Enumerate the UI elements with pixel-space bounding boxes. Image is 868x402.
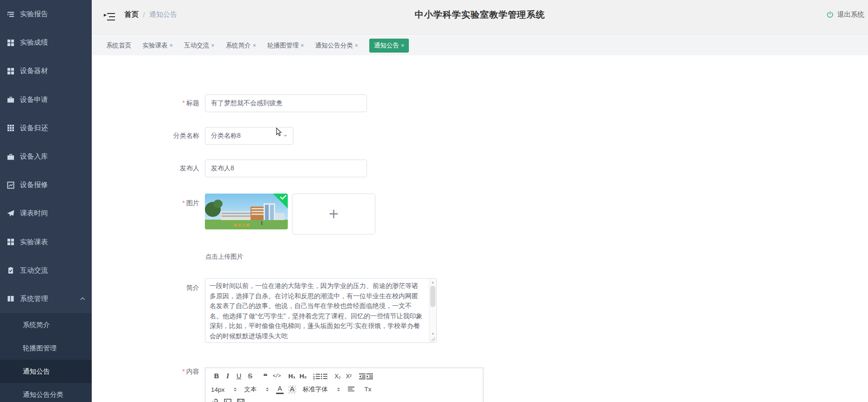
tab-home[interactable]: 系统首页	[106, 41, 131, 50]
upload-success-badge	[205, 194, 288, 229]
sidebar-item-schedule-time[interactable]: 课表时间	[0, 199, 92, 228]
scroll-up-icon[interactable]: ▲	[429, 281, 436, 284]
updown-arrows-icon	[234, 388, 237, 391]
sidebar-item-label: 设备器材	[20, 67, 48, 75]
sidebar-item-equipment[interactable]: 设备器材	[0, 57, 92, 85]
bold-button[interactable]: B	[211, 372, 222, 380]
image-icon[interactable]	[224, 398, 231, 402]
intro-textarea[interactable]: 一段时间以前，一位在港的大陆学生，因为学业的压力、前途的渺茫等诸多原因，选择了自…	[205, 279, 436, 342]
tab-close-icon[interactable]: ×	[170, 42, 173, 49]
tab-label: 通知公告分类	[315, 41, 353, 50]
sidebar-item-experiment-scores[interactable]: 实验成绩	[0, 28, 92, 57]
sidebar-item-label: 实验成绩	[20, 38, 48, 47]
power-icon	[826, 11, 834, 19]
image-label: *图片	[112, 199, 199, 208]
title-input[interactable]	[205, 94, 367, 112]
tab-experiment-schedule[interactable]: 实验课表×	[142, 41, 173, 50]
header: 首页 / 通知公告 中小学科学实验室教学管理系统 退出系统	[92, 0, 868, 35]
publisher-label: 发布人	[112, 164, 199, 173]
tab-notice[interactable]: 通知公告×	[369, 39, 409, 53]
tab-carousel-management[interactable]: 轮播图管理×	[267, 41, 304, 50]
publisher-input[interactable]	[205, 160, 367, 177]
sidebar-item-system-management[interactable]: 系统管理	[0, 285, 92, 313]
required-asterisk: *	[183, 199, 185, 207]
superscript-button[interactable]: X²	[343, 373, 354, 380]
header2-button[interactable]: H₂	[298, 373, 309, 380]
tab-label: 轮播图管理	[267, 41, 299, 50]
sidebar-item-experiment-schedule[interactable]: 实验课表	[0, 228, 92, 256]
align-icon[interactable]	[347, 386, 355, 393]
underline-button[interactable]: U	[233, 372, 244, 380]
tab-bar: 系统首页实验课表×互动交流×系统简介×轮播图管理×通知公告分类×通知公告×	[92, 35, 868, 55]
breadcrumb-home[interactable]: 首页	[124, 10, 139, 20]
chevron-down-icon	[284, 135, 287, 139]
sidebar-item-label: 设备报修	[20, 181, 48, 189]
indent-icon[interactable]	[366, 373, 373, 380]
text-color-button[interactable]: A	[276, 385, 283, 394]
text-style-dropdown[interactable]: 文本	[244, 385, 276, 394]
tab-label: 通知公告	[374, 41, 399, 50]
sidebar-item-equipment-storage[interactable]: 设备入库	[0, 142, 92, 171]
table-icon	[7, 124, 15, 132]
tab-notice-category[interactable]: 通知公告分类×	[315, 41, 358, 50]
tab-label: 系统首页	[106, 41, 131, 50]
blockquote-button[interactable]: ❝	[260, 372, 271, 381]
uploaded-image-thumbnail[interactable]: 桂 生 之 家	[205, 194, 288, 229]
grid-icon	[7, 39, 15, 47]
tab-close-icon[interactable]: ×	[355, 42, 358, 49]
sidebar-item-label: 实验课表	[20, 238, 48, 247]
ordered-list-icon[interactable]	[313, 373, 320, 380]
sidebar-item-label: 设备入库	[20, 152, 48, 161]
italic-button[interactable]: I	[222, 372, 233, 380]
font-size-dropdown[interactable]: 14px	[211, 386, 244, 393]
sidebar-subitem-notice[interactable]: 通知公告	[0, 360, 92, 383]
required-asterisk: *	[183, 99, 185, 107]
sidebar-subitem-carousel-management[interactable]: 轮播图管理	[0, 336, 92, 360]
bullet-list-icon[interactable]	[320, 373, 328, 380]
tab-interaction[interactable]: 互动交流×	[184, 41, 214, 50]
grid-icon	[7, 238, 15, 246]
category-select[interactable]: 分类名称8	[205, 127, 293, 145]
editor-toolbar-row3	[205, 396, 483, 402]
tab-close-icon[interactable]: ×	[211, 42, 214, 49]
sidebar-item-equipment-return[interactable]: 设备归还	[0, 114, 92, 142]
upload-image-button[interactable]: +	[292, 194, 375, 234]
sidebar-item-equipment-apply[interactable]: 设备申请	[0, 86, 92, 114]
required-asterisk: *	[183, 368, 185, 375]
sidebar-collapse-icon[interactable]	[103, 13, 115, 21]
link-icon[interactable]	[211, 398, 218, 402]
textarea-scrollbar[interactable]: ▲ ▼	[429, 279, 436, 342]
page-title: 中小学科学实验室教学管理系统	[92, 9, 868, 21]
sidebar-subitem-system-intro[interactable]: 系统简介	[0, 313, 92, 336]
header1-button[interactable]: H₁	[286, 373, 298, 380]
tab-close-icon[interactable]: ×	[253, 42, 256, 49]
tab-label: 互动交流	[184, 41, 209, 50]
chart-icon	[7, 181, 15, 189]
sidebar-item-interaction[interactable]: 互动交流	[0, 256, 92, 285]
subscript-button[interactable]: X₂	[332, 373, 343, 380]
breadcrumb: 首页 / 通知公告	[124, 10, 177, 20]
background-color-button[interactable]: A	[288, 385, 296, 394]
tab-close-icon[interactable]: ×	[401, 42, 404, 49]
sidebar-item-experiment-report[interactable]: 实验报告	[0, 0, 92, 28]
scrollbar-thumb[interactable]	[430, 286, 435, 307]
report-icon	[7, 11, 15, 18]
clipboard-icon	[7, 267, 15, 274]
sidebar-menu: 实验报告实验成绩设备器材设备申请设备归还设备入库设备报修课表时间实验课表互动交流…	[0, 0, 92, 313]
upload-hint: 点击上传图片	[205, 253, 243, 261]
video-icon[interactable]	[237, 398, 244, 402]
sidebar-subitem-notice-category[interactable]: 通知公告分类	[0, 383, 92, 402]
tab-system-intro[interactable]: 系统简介×	[226, 41, 256, 50]
font-family-dropdown[interactable]: 标准字体	[303, 385, 347, 394]
logout-button[interactable]: 退出系统	[826, 10, 864, 19]
sidebar-item-equipment-repair[interactable]: 设备报修	[0, 171, 92, 199]
strikethrough-button[interactable]: S	[244, 372, 256, 380]
send-icon	[7, 210, 15, 217]
clear-format-button[interactable]: Tx	[361, 386, 374, 393]
tab-close-icon[interactable]: ×	[300, 42, 304, 49]
content-label: *内容	[112, 368, 199, 376]
scroll-down-icon[interactable]: ▼	[429, 332, 436, 335]
code-block-button[interactable]: </>	[271, 373, 282, 379]
resize-handle[interactable]	[431, 337, 435, 342]
outdent-icon[interactable]	[359, 373, 366, 380]
